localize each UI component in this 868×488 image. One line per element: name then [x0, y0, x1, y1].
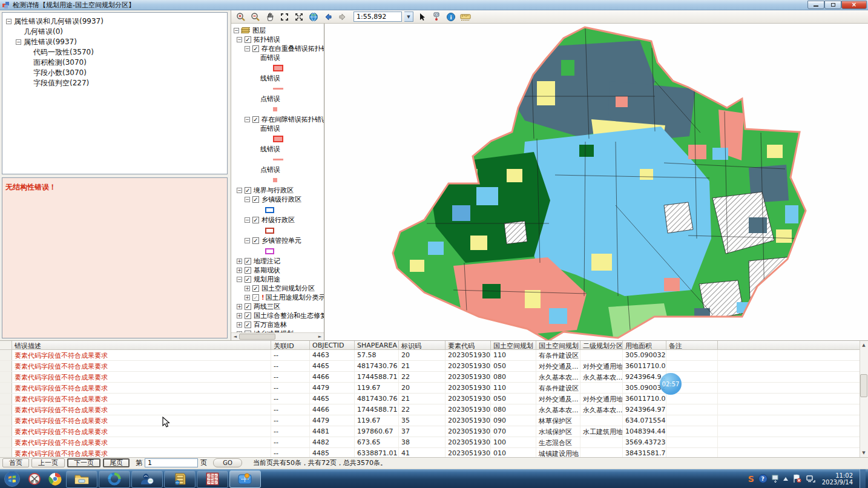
scale-combo[interactable]: 1:55,892 — [353, 12, 402, 22]
layer-checkbox[interactable]: ✓ — [245, 276, 251, 283]
zoom-in-icon[interactable] — [235, 12, 247, 22]
error-tree-item[interactable]: −属性错误(9937) — [4, 37, 226, 47]
layer-tree-item[interactable]: +✓国土空间规划分区 — [234, 284, 324, 293]
layer-checkbox[interactable]: ✓ — [252, 294, 259, 301]
tree-expander-icon[interactable]: − — [245, 46, 250, 51]
layer-checkbox[interactable]: ✓ — [252, 45, 259, 52]
pan-hand-icon[interactable] — [264, 12, 276, 22]
tree-expander-icon[interactable]: − — [237, 188, 242, 193]
scroll-right-icon[interactable]: ► — [316, 333, 324, 340]
tray-clock[interactable]: 11:02 2023/9/14 — [822, 472, 853, 486]
close-button[interactable]: × — [841, 1, 867, 9]
layer-tree-item[interactable]: +✓!国土用途规划分类示意 — [234, 293, 324, 302]
row-selector-cell[interactable] — [0, 437, 12, 447]
table-row[interactable]: 要素代码字段值不符合成果要求--446357.58202023051930110… — [0, 350, 868, 361]
tree-expander-icon[interactable]: + — [237, 259, 242, 264]
minimize-button[interactable] — [807, 1, 824, 9]
help-question-icon[interactable]: ? — [758, 474, 768, 483]
full-extent-icon[interactable] — [293, 12, 305, 22]
layer-tree-item[interactable]: +✓国土综合整治和生态修复工程 — [234, 311, 324, 320]
tree-expander-icon[interactable]: + — [245, 295, 250, 300]
table-row[interactable]: 要素代码字段值不符合成果要求--44654817430.762120230519… — [0, 361, 868, 372]
layer-tree-item[interactable]: 点错误 — [234, 165, 324, 174]
column-header[interactable]: 用地面积 — [623, 341, 666, 349]
scrollbar-thumb[interactable] — [860, 374, 867, 397]
tree-expander-icon[interactable]: − — [245, 117, 250, 122]
column-header[interactable]: 标识码 — [399, 341, 446, 349]
tree-expander-icon[interactable]: − — [245, 238, 250, 243]
table-row[interactable]: 要素代码字段值不符合成果要求--4481197860.6737202305193… — [0, 426, 868, 437]
scroll-up-icon[interactable]: ▲ — [860, 341, 868, 349]
table-row[interactable]: 要素代码字段值不符合成果要求--44661744588.712220230519… — [0, 372, 868, 383]
start-button[interactable] — [0, 469, 24, 488]
layer-checkbox[interactable]: ✓ — [245, 267, 251, 274]
next-page-button[interactable]: 下一页 — [67, 458, 100, 467]
taskbar-app-ring-button[interactable] — [99, 470, 130, 488]
layer-tree-item[interactable]: 面错误 — [234, 53, 324, 62]
table-row[interactable]: 要素代码字段值不符合成果要求--4482673.6538202305193010… — [0, 437, 868, 448]
table-row[interactable]: 要素代码字段值不符合成果要求--4479119.6720202305193011… — [0, 383, 868, 394]
go-button[interactable]: GO — [213, 458, 242, 467]
tree-expander-icon[interactable]: + — [237, 313, 242, 318]
table-row[interactable]: 要素代码字段值不符合成果要求--44661744588.712220230519… — [0, 404, 868, 415]
sogou-input-icon[interactable]: S — [748, 474, 754, 484]
layer-tree-item[interactable]: +✓地理注记 — [234, 257, 324, 266]
action-center-flag-icon[interactable] — [792, 474, 802, 483]
scroll-down-icon[interactable]: ▼ — [860, 449, 868, 457]
go-to-xy-icon[interactable]: XY — [430, 12, 442, 22]
back-icon[interactable] — [322, 12, 334, 22]
layer-tree-item[interactable]: −✓乡镇级行政区 — [234, 195, 324, 204]
tree-expander-icon[interactable]: + — [237, 304, 242, 309]
forward-icon[interactable] — [337, 12, 349, 22]
column-header[interactable]: 国土空间规划 — [491, 341, 536, 349]
show-desktop-button[interactable] — [860, 469, 866, 488]
error-tree-item[interactable]: 字段小数(3070) — [4, 68, 226, 78]
prev-page-button[interactable]: 上一页 — [31, 458, 65, 467]
tree-expander-icon[interactable]: − — [245, 217, 250, 223]
layer-tree-item[interactable]: 点错误 — [234, 94, 324, 104]
layer-checkbox[interactable]: ✓ — [245, 303, 251, 310]
row-selector-cell[interactable] — [0, 350, 12, 360]
tree-expander-icon[interactable]: − — [6, 19, 12, 24]
tree-expander-icon[interactable]: + — [245, 286, 250, 291]
layer-tree-item[interactable]: −✓村级行政区 — [234, 216, 324, 225]
first-page-button[interactable]: 首页 — [2, 458, 29, 467]
select-cursor-icon[interactable] — [416, 12, 428, 22]
column-header[interactable]: 备注 — [666, 341, 718, 349]
network-icon[interactable] — [806, 475, 815, 483]
layer-tree-horizontal-scrollbar[interactable]: ◄ ► — [231, 332, 324, 340]
identify-info-icon[interactable]: i — [445, 12, 457, 22]
zoom-to-selection-icon[interactable] — [278, 12, 291, 22]
tree-expander-icon[interactable]: − — [237, 37, 242, 42]
column-header[interactable]: OBJECTID — [310, 341, 355, 349]
layer-tree-item[interactable]: −✓拓扑错误 — [234, 35, 324, 44]
taskbar-gis-blue-map-button-active[interactable] — [229, 470, 261, 488]
table-row[interactable]: 要素代码字段值不符合成果要求--44654817430.762120230519… — [0, 394, 868, 404]
column-header[interactable]: 关联ID — [271, 341, 310, 349]
layer-tree-item[interactable]: −✓境界与行政区 — [234, 186, 324, 195]
page-number-input[interactable] — [145, 458, 198, 467]
tree-expander-icon[interactable]: + — [237, 268, 242, 273]
tree-expander-icon[interactable]: − — [234, 28, 239, 33]
taskbar-messenger-button[interactable] — [131, 470, 163, 488]
layer-checkbox[interactable]: ✓ — [245, 258, 251, 265]
chrome-icon[interactable] — [45, 469, 65, 488]
layer-checkbox[interactable]: ✓ — [252, 196, 259, 203]
show-hidden-icons-button[interactable] — [783, 477, 788, 481]
layer-tree-root[interactable]: −图层 — [234, 26, 324, 35]
column-header[interactable]: 错误描述 — [12, 341, 271, 349]
layer-tree-item[interactable]: +✓两线三区 — [234, 302, 324, 311]
tree-expander-icon[interactable]: − — [245, 197, 250, 202]
row-selector-cell[interactable] — [0, 426, 12, 437]
globe-icon[interactable] — [307, 12, 320, 22]
layer-tree-item[interactable]: −✓存在自重叠错误拓扑错误 — [234, 44, 324, 53]
table-row[interactable]: 要素代码字段值不符合成果要求--4479119.6735202305193009… — [0, 415, 868, 426]
snipping-tool-icon[interactable] — [24, 469, 45, 488]
tree-expander-icon[interactable]: − — [16, 39, 21, 45]
row-selector-cell[interactable] — [0, 448, 12, 457]
scale-combo-dropdown-icon[interactable]: ▼ — [404, 12, 413, 22]
error-tree-item[interactable]: −属性错误和几何错误(9937) — [4, 16, 226, 27]
last-page-button[interactable]: 尾页 — [103, 458, 130, 467]
layer-checkbox[interactable]: ✓ — [245, 321, 251, 328]
tree-expander-icon[interactable]: − — [237, 277, 242, 282]
